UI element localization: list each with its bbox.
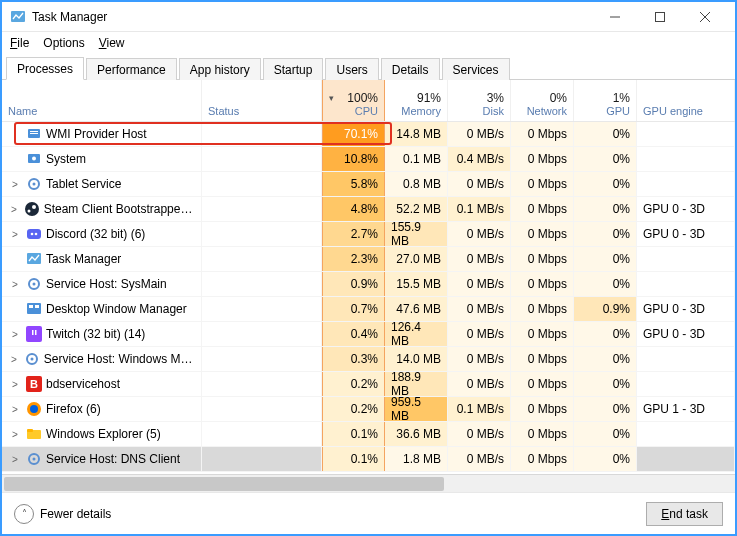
minimize-button[interactable] (592, 3, 637, 31)
disk-cell: 0 MB/s (448, 447, 511, 471)
tab-services[interactable]: Services (442, 58, 510, 80)
tab-details[interactable]: Details (381, 58, 440, 80)
table-row[interactable]: Task Manager 2.3% 27.0 MB 0 MB/s 0 Mbps … (2, 247, 735, 272)
cpu-cell: 5.8% (322, 172, 385, 196)
chevron-up-icon: ˄ (14, 504, 34, 524)
gpu-cell: 0% (574, 247, 637, 271)
svg-rect-15 (27, 229, 41, 239)
status-cell (202, 322, 322, 346)
memory-cell: 126.4 MB (385, 322, 448, 346)
menu-file[interactable]: File (10, 36, 29, 50)
gpu-cell: 0% (574, 397, 637, 421)
table-row[interactable]: > Steam Client Bootstrapper (32 b... 4.8… (2, 197, 735, 222)
table-row[interactable]: > B bdservicehost 0.2% 188.9 MB 0 MB/s 0… (2, 372, 735, 397)
memory-cell: 188.9 MB (385, 372, 448, 396)
expand-icon[interactable]: > (8, 179, 22, 190)
gpu-cell: 0% (574, 447, 637, 471)
disk-cell: 0 MB/s (448, 222, 511, 246)
footer: ˄ Fewer details End task (2, 492, 735, 534)
expand-icon[interactable]: > (8, 429, 22, 440)
memory-cell: 36.6 MB (385, 422, 448, 446)
horizontal-scrollbar[interactable] (2, 474, 735, 492)
tab-startup[interactable]: Startup (263, 58, 324, 80)
table-row[interactable]: System 10.8% 0.1 MB 0.4 MB/s 0 Mbps 0% (2, 147, 735, 172)
maximize-button[interactable] (637, 3, 682, 31)
tab-performance[interactable]: Performance (86, 58, 177, 80)
table-row[interactable]: > Windows Explorer (5) 0.1% 36.6 MB 0 MB… (2, 422, 735, 447)
disk-cell: 0 MB/s (448, 122, 511, 146)
header-memory[interactable]: 91%Memory (385, 80, 448, 121)
memory-cell: 155.9 MB (385, 222, 448, 246)
gpu-engine-cell (637, 122, 735, 146)
disk-cell: 0 MB/s (448, 322, 511, 346)
tab-bar: Processes Performance App history Startu… (2, 54, 735, 80)
disk-cell: 0 MB/s (448, 347, 511, 371)
process-name: Task Manager (46, 252, 121, 266)
process-name: Service Host: SysMain (46, 277, 167, 291)
network-cell: 0 Mbps (511, 347, 574, 371)
table-row[interactable]: > Service Host: DNS Client 0.1% 1.8 MB 0… (2, 447, 735, 472)
expand-icon[interactable]: > (8, 229, 22, 240)
tab-processes[interactable]: Processes (6, 57, 84, 80)
header-gpu-engine[interactable]: GPU engine (637, 80, 735, 121)
svg-rect-34 (27, 429, 33, 432)
cpu-cell: 0.1% (322, 422, 385, 446)
gpu-engine-cell (637, 247, 735, 271)
process-table[interactable]: WMI Provider Host 70.1% 14.8 MB 0 MB/s 0… (2, 122, 735, 474)
process-name: Firefox (6) (46, 402, 101, 416)
table-row[interactable]: > Twitch (32 bit) (14) 0.4% 126.4 MB 0 M… (2, 322, 735, 347)
header-network[interactable]: 0%Network (511, 80, 574, 121)
table-row[interactable]: > Firefox (6) 0.2% 959.5 MB 0.1 MB/s 0 M… (2, 397, 735, 422)
process-icon (26, 276, 42, 292)
process-icon (26, 126, 42, 142)
disk-cell: 0.1 MB/s (448, 397, 511, 421)
table-row[interactable]: > Service Host: Windows Manage... 0.3% 1… (2, 347, 735, 372)
process-icon (26, 451, 42, 467)
expand-icon[interactable]: > (8, 204, 20, 215)
gpu-engine-cell: GPU 0 - 3D (637, 197, 735, 221)
cpu-cell: 0.4% (322, 322, 385, 346)
gpu-engine-cell (637, 272, 735, 296)
header-disk[interactable]: 3%Disk (448, 80, 511, 121)
gpu-engine-cell: GPU 0 - 3D (637, 222, 735, 246)
disk-cell: 0 MB/s (448, 372, 511, 396)
scrollbar-thumb[interactable] (4, 477, 444, 491)
fewer-details-button[interactable]: ˄ Fewer details (14, 504, 111, 524)
table-row[interactable]: > Tablet Service 5.8% 0.8 MB 0 MB/s 0 Mb… (2, 172, 735, 197)
table-row[interactable]: WMI Provider Host 70.1% 14.8 MB 0 MB/s 0… (2, 122, 735, 147)
tab-app-history[interactable]: App history (179, 58, 261, 80)
status-cell (202, 272, 322, 296)
expand-icon[interactable]: > (8, 379, 22, 390)
end-task-button[interactable]: End task (646, 502, 723, 526)
header-name[interactable]: Name (2, 80, 202, 121)
gpu-cell: 0% (574, 372, 637, 396)
cpu-cell: 10.8% (322, 147, 385, 171)
header-gpu[interactable]: 1%GPU (574, 80, 637, 121)
expand-icon[interactable]: > (8, 354, 20, 365)
close-button[interactable] (682, 3, 727, 31)
disk-cell: 0.4 MB/s (448, 147, 511, 171)
expand-icon[interactable]: > (8, 329, 22, 340)
menu-view[interactable]: View (99, 36, 125, 50)
expand-icon[interactable]: > (8, 454, 22, 465)
tab-users[interactable]: Users (325, 58, 378, 80)
svg-point-36 (33, 458, 36, 461)
status-cell (202, 347, 322, 371)
gpu-cell: 0% (574, 422, 637, 446)
gpu-engine-cell (637, 422, 735, 446)
expand-icon[interactable]: > (8, 279, 22, 290)
menu-options[interactable]: Options (43, 36, 84, 50)
table-row[interactable]: > Discord (32 bit) (6) 2.7% 155.9 MB 0 M… (2, 222, 735, 247)
header-status[interactable]: Status (202, 80, 322, 121)
cpu-cell: 0.2% (322, 397, 385, 421)
memory-cell: 47.6 MB (385, 297, 448, 321)
table-row[interactable]: Desktop Window Manager 0.7% 47.6 MB 0 MB… (2, 297, 735, 322)
gpu-cell: 0% (574, 322, 637, 346)
expand-icon[interactable]: > (8, 404, 22, 415)
table-row[interactable]: > Service Host: SysMain 0.9% 15.5 MB 0 M… (2, 272, 735, 297)
svg-point-9 (32, 157, 36, 161)
process-name: WMI Provider Host (46, 127, 147, 141)
memory-cell: 14.0 MB (385, 347, 448, 371)
header-cpu[interactable]: ▾ 100%CPU (322, 80, 385, 121)
cpu-cell: 4.8% (322, 197, 385, 221)
